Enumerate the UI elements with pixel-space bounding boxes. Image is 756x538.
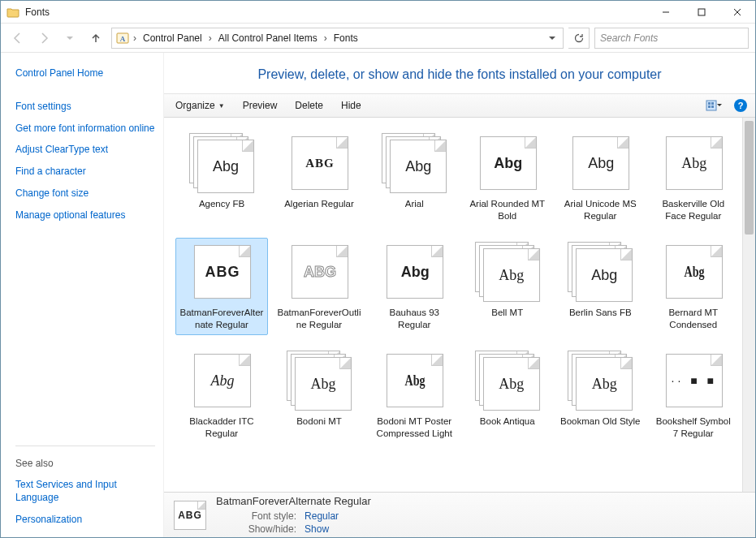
scrollbar-thumb[interactable] <box>745 121 754 235</box>
sidebar: Control Panel Home Font settings Get mor… <box>1 53 163 537</box>
see-also-heading: See also <box>15 454 155 472</box>
font-item[interactable]: AbgBaskerville Old Face Regular <box>650 129 738 226</box>
font-item[interactable]: AbgBauhaus 93 Regular <box>370 238 459 335</box>
font-sample: Abg <box>401 265 430 279</box>
font-item[interactable]: AbgBernard MT Condensed <box>650 238 738 335</box>
hide-button[interactable]: Hide <box>338 98 365 113</box>
font-thumbnail: Abg <box>475 133 540 193</box>
maximize-button[interactable] <box>684 1 719 24</box>
font-label: Berlin Sans FB <box>569 307 632 319</box>
font-label: Bookshelf Symbol 7 Regular <box>654 415 734 440</box>
font-thumbnail: ∙∙ ■ ■ <box>661 351 726 411</box>
font-label: Bell MT <box>491 307 523 319</box>
sidebar-link[interactable]: Get more font information online <box>15 119 155 138</box>
sidebar-home-link[interactable]: Control Panel Home <box>15 64 155 83</box>
breadcrumb[interactable]: All Control Panel Items <box>215 32 321 44</box>
font-label: Arial <box>405 198 424 210</box>
sidebar-seealso-link[interactable]: Personalization <box>15 510 155 529</box>
font-sample: Abg <box>494 156 522 170</box>
font-item[interactable]: AbgBodoni MT Poster Compressed Light <box>370 346 459 444</box>
sidebar-link[interactable]: Change font size <box>15 184 155 203</box>
font-sample: Abg <box>499 268 524 282</box>
sidebar-link[interactable]: Font settings <box>15 97 155 116</box>
window-title: Fonts <box>25 6 50 18</box>
up-button[interactable] <box>85 28 106 49</box>
font-thumbnail: Abg <box>568 351 633 411</box>
address-bar-row: A › Control Panel › All Control Panel It… <box>1 24 755 53</box>
details-pane: ABG BatmanForeverAlternate Regular Font … <box>164 492 755 537</box>
details-fontstyle-value: Regular <box>305 510 371 522</box>
delete-button[interactable]: Delete <box>292 98 326 113</box>
font-sample: Abg <box>213 159 239 174</box>
font-sample: Abg <box>499 377 524 391</box>
breadcrumb[interactable]: Fonts <box>330 32 361 44</box>
font-item[interactable]: AbgArial <box>370 129 459 226</box>
chevron-right-icon[interactable]: › <box>207 32 214 44</box>
font-thumbnail: Abg <box>475 242 540 302</box>
font-sample: ABG <box>304 265 336 279</box>
svg-rect-5 <box>711 102 714 105</box>
address-bar[interactable]: A › Control Panel › All Control Panel It… <box>111 28 564 49</box>
font-item[interactable]: ∙∙ ■ ■Bookshelf Symbol 7 Regular <box>650 346 738 444</box>
sidebar-link[interactable]: Manage optional features <box>15 206 155 225</box>
close-button[interactable] <box>719 1 755 24</box>
minimize-button[interactable] <box>648 1 684 24</box>
svg-rect-6 <box>708 105 711 108</box>
font-item[interactable]: ABGBatmanForeverAlternate Regular <box>175 238 268 335</box>
font-item[interactable]: AbgBell MT <box>464 238 552 335</box>
fonts-location-icon: A <box>115 31 130 45</box>
forward-button[interactable] <box>33 28 54 49</box>
details-showhide-value: Show <box>305 523 371 535</box>
font-label: Book Antiqua <box>480 415 535 428</box>
font-label: BatmanForeverAlternate Regular <box>179 307 264 331</box>
font-item[interactable]: AbgBodoni MT <box>273 346 365 444</box>
scrollbar[interactable] <box>742 118 755 492</box>
chevron-right-icon[interactable]: › <box>132 32 138 44</box>
help-button[interactable]: ? <box>734 99 747 112</box>
organize-menu[interactable]: Organize ▼ <box>172 98 228 113</box>
svg-text:A: A <box>120 35 126 43</box>
font-item[interactable]: AbgArial Rounded MT Bold <box>464 129 552 226</box>
font-thumbnail: Abg <box>475 351 540 411</box>
sidebar-link[interactable]: Adjust ClearType text <box>15 140 155 159</box>
organize-label: Organize <box>175 100 215 111</box>
font-item[interactable]: AbgBook Antiqua <box>464 346 552 444</box>
font-item[interactable]: ABGAlgerian Regular <box>273 129 365 226</box>
font-label: Baskerville Old Face Regular <box>654 198 734 222</box>
address-history-dropdown[interactable] <box>545 34 559 42</box>
page-heading: Preview, delete, or show and hide the fo… <box>164 53 755 93</box>
main-pane: Preview, delete, or show and hide the fo… <box>163 53 755 537</box>
font-item[interactable]: AbgBookman Old Style <box>556 346 645 444</box>
chevron-right-icon[interactable]: › <box>322 32 329 44</box>
sidebar-link[interactable]: Find a character <box>15 162 155 181</box>
font-thumbnail: Abg <box>568 242 633 302</box>
font-thumbnail: Abg <box>661 242 726 302</box>
font-item[interactable]: ABGBatmanForeverOutline Regular <box>273 238 365 335</box>
font-thumbnail: Abg <box>661 133 726 193</box>
view-options-button[interactable] <box>705 98 723 113</box>
back-button[interactable] <box>7 28 28 49</box>
search-input[interactable] <box>600 32 743 44</box>
command-bar: Organize ▼ Preview Delete Hide ? <box>164 93 755 118</box>
recent-dropdown[interactable] <box>59 28 80 49</box>
font-label: Blackadder ITC Regular <box>179 415 264 440</box>
svg-rect-7 <box>711 105 714 108</box>
font-sample: ∙∙ ■ ■ <box>672 375 717 386</box>
font-item[interactable]: AbgBerlin Sans FB <box>556 238 645 335</box>
svg-rect-0 <box>698 9 705 15</box>
sidebar-seealso-link[interactable]: Text Services and Input Language <box>15 476 155 508</box>
font-grid: AbgAgency FBABGAlgerian RegularAbgArialA… <box>164 118 742 492</box>
details-thumbnail: ABG <box>174 501 206 530</box>
breadcrumb[interactable]: Control Panel <box>140 32 205 44</box>
font-item[interactable]: AbgBlackadder ITC Regular <box>175 346 268 444</box>
font-label: Bodoni MT Poster Compressed Light <box>374 415 455 440</box>
font-label: Agency FB <box>199 198 244 210</box>
font-label: Arial Rounded MT Bold <box>468 198 548 222</box>
font-thumbnail: Abg <box>287 351 352 411</box>
preview-button[interactable]: Preview <box>240 98 281 113</box>
search-box[interactable] <box>594 28 749 49</box>
refresh-button[interactable] <box>568 28 590 49</box>
font-item[interactable]: AbgArial Unicode MS Regular <box>556 129 645 226</box>
font-sample: Abg <box>592 377 617 391</box>
font-item[interactable]: AbgAgency FB <box>175 129 268 226</box>
